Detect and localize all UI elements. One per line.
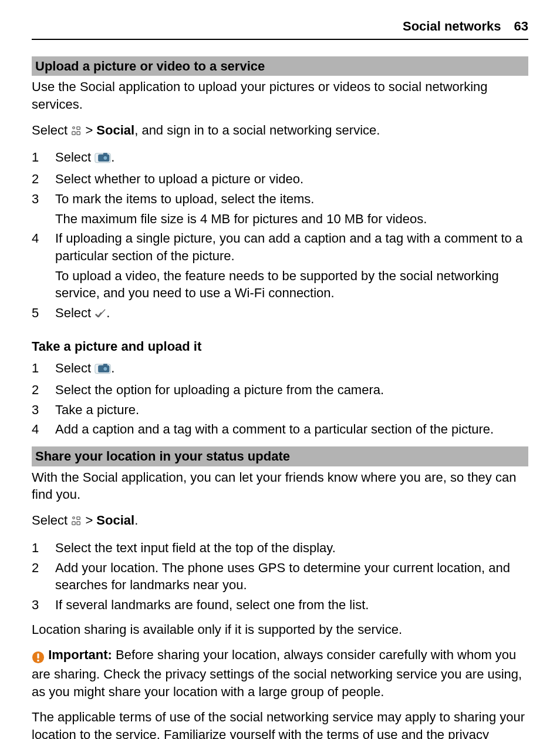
step-text: Select whether to upload a picture or vi… bbox=[55, 170, 528, 188]
list-item: 3 Take a picture. bbox=[32, 401, 528, 421]
step-text: Add a caption and a tag with a comment t… bbox=[55, 421, 528, 438]
subsection-heading-take-picture: Take a picture and upload it bbox=[32, 338, 528, 355]
header-section: Social networks bbox=[403, 19, 501, 33]
svg-rect-3 bbox=[77, 132, 80, 135]
list-item: 5 Select . bbox=[32, 304, 528, 326]
step-number: 4 bbox=[32, 421, 55, 438]
text: . bbox=[111, 361, 114, 375]
take-picture-steps: 1 Select . 2 Select the option for uploa… bbox=[32, 360, 528, 441]
text: Select bbox=[32, 513, 71, 528]
step-number: 1 bbox=[32, 149, 55, 166]
svg-point-12 bbox=[73, 517, 75, 519]
step-text: To upload a video, the feature needs to … bbox=[55, 267, 528, 302]
text: Select bbox=[55, 305, 95, 320]
step-text: Select the option for uploading a pictur… bbox=[55, 381, 528, 399]
location-note: Location sharing is available only if it… bbox=[32, 621, 528, 639]
list-item: 1 Select . bbox=[32, 149, 528, 170]
text: > bbox=[85, 513, 96, 528]
svg-rect-15 bbox=[77, 522, 80, 525]
step-number: 1 bbox=[32, 539, 55, 557]
step-text: If uploading a single picture, you can a… bbox=[55, 230, 528, 264]
svg-point-0 bbox=[73, 127, 75, 129]
terms-paragraph: The applicable terms of use of the socia… bbox=[32, 708, 528, 739]
svg-point-10 bbox=[103, 367, 107, 371]
select-social-line-2: Select > Social. bbox=[32, 512, 528, 531]
step-text: Select . bbox=[55, 304, 528, 324]
section-heading-upload: Upload a picture or video to a service bbox=[32, 56, 528, 76]
step-text: To mark the items to upload, select the … bbox=[55, 190, 528, 208]
text: . bbox=[106, 305, 110, 320]
list-item: 3 To mark the items to upload, select th… bbox=[32, 190, 528, 230]
text: Select bbox=[32, 123, 71, 137]
menu-grid-icon bbox=[71, 513, 82, 531]
checkmark-icon bbox=[95, 306, 106, 324]
step-number: 2 bbox=[32, 559, 55, 577]
step-text: Take a picture. bbox=[55, 401, 528, 419]
list-item: 3 If several landmarks are found, select… bbox=[32, 596, 528, 616]
header-page-number: 63 bbox=[514, 19, 528, 33]
document-page: Social networks63 Upload a picture or vi… bbox=[0, 0, 560, 739]
upload-steps: 1 Select . 2 Select whether to upload a … bbox=[32, 149, 528, 325]
text: , and sign in to a social networking ser… bbox=[134, 123, 380, 137]
svg-rect-7 bbox=[103, 153, 107, 156]
step-text: Select . bbox=[55, 149, 528, 168]
step-text: The maximum file size is 4 MB for pictur… bbox=[55, 210, 528, 228]
social-app-name: Social bbox=[96, 123, 134, 137]
important-paragraph: Important: Before sharing your location,… bbox=[32, 646, 528, 700]
svg-rect-11 bbox=[103, 364, 107, 366]
svg-rect-17 bbox=[37, 653, 39, 659]
menu-grid-icon bbox=[71, 123, 82, 141]
text: . bbox=[134, 513, 138, 528]
share-location-steps: 1 Select the text input field at the top… bbox=[32, 539, 528, 616]
text: Select bbox=[55, 361, 95, 375]
select-social-line-1: Select > Social, and sign in to a social… bbox=[32, 122, 528, 141]
step-text: Select the text input field at the top o… bbox=[55, 539, 528, 557]
social-app-name: Social bbox=[96, 513, 134, 528]
section2-intro: With the Social application, you can let… bbox=[32, 469, 528, 503]
svg-rect-2 bbox=[72, 132, 75, 135]
svg-rect-13 bbox=[77, 517, 80, 520]
section1-intro: Use the Social application to upload you… bbox=[32, 78, 528, 113]
step-text: Select . bbox=[55, 360, 528, 379]
camera-icon bbox=[95, 361, 111, 379]
list-item: 2 Add your location. The phone uses GPS … bbox=[32, 559, 528, 596]
svg-point-18 bbox=[37, 660, 39, 662]
list-item: 4 Add a caption and a tag with a comment… bbox=[32, 421, 528, 441]
text: > bbox=[85, 123, 96, 137]
list-item: 1 Select . bbox=[32, 360, 528, 381]
important-label: Important: bbox=[48, 647, 112, 662]
step-text: If several landmarks are found, select o… bbox=[55, 596, 528, 614]
text: Select bbox=[55, 150, 95, 164]
step-number: 1 bbox=[32, 360, 55, 377]
running-header: Social networks63 bbox=[32, 18, 528, 40]
step-text: Add your location. The phone uses GPS to… bbox=[55, 559, 528, 594]
step-number: 5 bbox=[32, 304, 55, 322]
list-item: 2 Select whether to upload a picture or … bbox=[32, 170, 528, 190]
step-number: 2 bbox=[32, 170, 55, 188]
step-number: 3 bbox=[32, 401, 55, 419]
text: . bbox=[111, 150, 114, 164]
step-number: 2 bbox=[32, 381, 55, 399]
important-icon bbox=[32, 648, 45, 666]
step-number: 3 bbox=[32, 190, 55, 208]
list-item: 2 Select the option for uploading a pict… bbox=[32, 381, 528, 401]
step-number: 4 bbox=[32, 230, 55, 247]
list-item: 4 If uploading a single picture, you can… bbox=[32, 230, 528, 304]
camera-icon bbox=[95, 150, 111, 168]
list-item: 1 Select the text input field at the top… bbox=[32, 539, 528, 559]
step-number: 3 bbox=[32, 596, 55, 614]
section-heading-share-location: Share your location in your status updat… bbox=[32, 446, 528, 466]
svg-rect-1 bbox=[77, 127, 80, 130]
svg-rect-14 bbox=[72, 522, 75, 525]
svg-point-6 bbox=[103, 156, 107, 160]
